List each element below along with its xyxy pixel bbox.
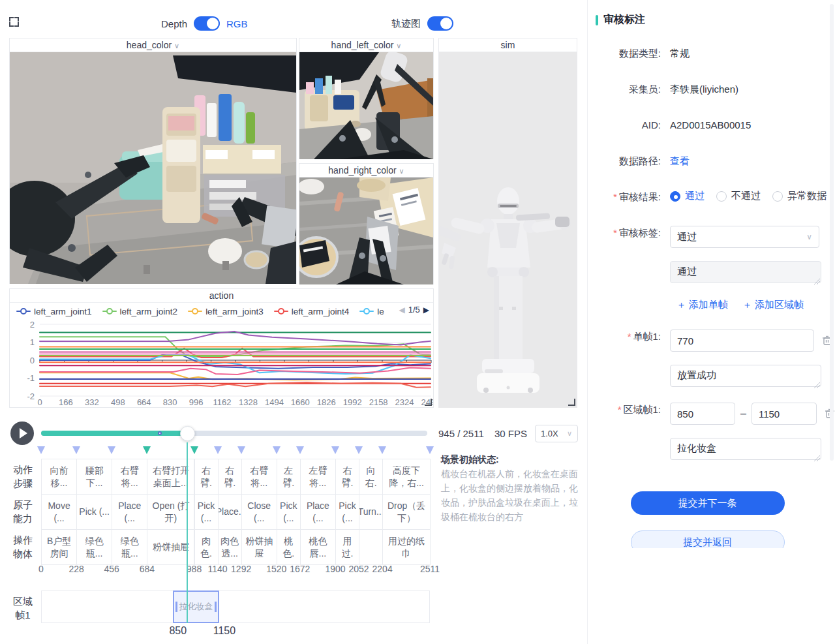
region-start-input[interactable] bbox=[670, 403, 735, 425]
segment-marker-icon[interactable] bbox=[355, 446, 363, 454]
data-type-label: 数据类型: bbox=[596, 46, 661, 61]
segment-marker-icon[interactable] bbox=[37, 446, 45, 454]
hand-left-camera-header[interactable]: hand_left_color∨ bbox=[299, 38, 433, 52]
submit-next-button[interactable]: 提交并下一条 bbox=[631, 491, 785, 515]
legend-next-icon[interactable]: ▶ bbox=[423, 305, 429, 314]
segment-marker-icon[interactable] bbox=[72, 446, 80, 454]
legend-item[interactable]: le bbox=[359, 307, 384, 316]
review-result-radio[interactable]: 不通过 bbox=[716, 190, 761, 202]
table-cell[interactable]: Pick (... bbox=[335, 494, 359, 530]
table-cell[interactable]: 腰部下... bbox=[76, 459, 112, 495]
table-cell[interactable]: 用过. bbox=[335, 529, 359, 565]
table-cell[interactable]: Drop（丢下） bbox=[382, 494, 431, 530]
slider-handle[interactable] bbox=[180, 426, 195, 441]
table-cell[interactable]: 高度下降，右... bbox=[382, 459, 431, 495]
data-path-view-link[interactable]: 查看 bbox=[670, 154, 690, 168]
region-frame-note[interactable]: 拉化妆盒 bbox=[670, 438, 821, 460]
table-cell[interactable]: 绿色瓶... bbox=[76, 529, 112, 565]
playhead-line bbox=[187, 442, 188, 623]
top-toolbar: Depth RGB 轨迹图 bbox=[0, 0, 587, 36]
table-cell[interactable]: Turn... bbox=[359, 494, 383, 530]
table-cell[interactable]: Close (... bbox=[241, 494, 277, 530]
legend-item[interactable]: left_arm_joint2 bbox=[102, 307, 178, 316]
segment-marker-icon[interactable] bbox=[273, 446, 281, 454]
table-cell[interactable]: Place (... bbox=[300, 494, 336, 530]
band-right-handle[interactable] bbox=[215, 602, 217, 612]
segment-marker-icon[interactable] bbox=[214, 446, 222, 454]
legend-prev-icon[interactable]: ◀ bbox=[399, 305, 404, 314]
review-tag-select[interactable]: 通过 ∨ bbox=[670, 226, 819, 248]
hand-right-camera-header[interactable]: hand_right_color∨ bbox=[299, 164, 433, 177]
play-button[interactable] bbox=[10, 422, 34, 445]
segment-marker-icon[interactable] bbox=[108, 446, 115, 454]
region-end-input[interactable] bbox=[752, 403, 817, 425]
table-cell[interactable] bbox=[359, 529, 383, 565]
segment-marker-icon[interactable] bbox=[143, 446, 151, 454]
resize-handle-icon[interactable] bbox=[568, 399, 575, 406]
segment-marker-icon[interactable] bbox=[190, 446, 198, 454]
review-result-radio[interactable]: 通过 bbox=[670, 190, 705, 202]
table-cell[interactable]: Pick (... bbox=[194, 494, 219, 530]
segment-marker-icon[interactable] bbox=[237, 446, 245, 454]
add-region-frame-link[interactable]: ＋ 添加区域帧 bbox=[742, 299, 804, 311]
add-single-frame-link[interactable]: ＋ 添加单帧 bbox=[676, 299, 728, 311]
legend-item[interactable]: left_arm_joint4 bbox=[274, 307, 350, 316]
table-cell[interactable]: 左臂. bbox=[277, 459, 301, 495]
playback-speed-select[interactable]: 1.0X ∨ bbox=[535, 425, 578, 442]
resize-grip-icon[interactable] bbox=[814, 279, 820, 284]
table-cell[interactable]: 向右. bbox=[359, 459, 383, 495]
annotation-review-app: Depth RGB 轨迹图 head_color∨ bbox=[0, 0, 835, 644]
band-left-handle[interactable] bbox=[175, 602, 177, 612]
table-cell[interactable]: Pick (... bbox=[277, 494, 301, 530]
segment-marker-icon[interactable] bbox=[296, 446, 304, 454]
svg-text:1992: 1992 bbox=[343, 397, 362, 407]
table-cell[interactable]: 向前移... bbox=[41, 459, 77, 495]
depth-label: Depth bbox=[161, 18, 187, 29]
table-cell[interactable]: 右臂. bbox=[194, 459, 219, 495]
head-camera-header[interactable]: head_color∨ bbox=[10, 38, 296, 52]
region-track[interactable] bbox=[41, 590, 430, 623]
trajectory-toggle[interactable] bbox=[427, 16, 453, 31]
table-cell[interactable]: 肉色透... bbox=[218, 529, 242, 565]
table-cell[interactable]: 右臂. bbox=[335, 459, 359, 495]
table-cell[interactable]: B户型房间 bbox=[41, 529, 77, 565]
single-frame-input[interactable] bbox=[670, 330, 814, 352]
table-cell[interactable]: 左臂将... bbox=[300, 459, 336, 495]
single-frame-note[interactable]: 放置成功 bbox=[670, 365, 821, 387]
table-cell[interactable]: 右臂将... bbox=[112, 459, 147, 495]
review-tag-note[interactable]: 通过 bbox=[670, 261, 821, 283]
review-result-radio[interactable]: 异常数据 bbox=[772, 190, 827, 202]
table-cell[interactable]: 右臂. bbox=[218, 459, 242, 495]
toggle-knob bbox=[440, 18, 452, 29]
delete-single-frame-icon[interactable] bbox=[822, 335, 832, 346]
table-cell[interactable]: Place.. bbox=[218, 494, 242, 530]
table-cell[interactable]: 桃色. bbox=[277, 529, 301, 565]
legend-item[interactable]: left_arm_joint3 bbox=[188, 307, 264, 316]
head-camera-title: head_color bbox=[127, 40, 172, 50]
resize-grip-icon[interactable] bbox=[814, 455, 820, 461]
svg-text:2324: 2324 bbox=[395, 397, 414, 407]
resize-handle-icon[interactable] bbox=[425, 399, 432, 406]
table-cell[interactable]: Move (... bbox=[41, 494, 77, 530]
table-cell[interactable]: 粉饼抽屉 bbox=[241, 529, 277, 565]
table-cell[interactable]: 桃色唇... bbox=[300, 529, 336, 565]
timeline-slider[interactable] bbox=[41, 431, 427, 436]
delete-region-frame-icon[interactable] bbox=[825, 408, 835, 419]
depth-rgb-toggle[interactable] bbox=[194, 16, 220, 31]
table-cell[interactable]: 用过的纸巾 bbox=[382, 529, 431, 565]
segment-marker-icon[interactable] bbox=[426, 446, 434, 454]
table-cell[interactable]: 绿色瓶... bbox=[112, 529, 147, 565]
table-cell[interactable]: 右臂将... bbox=[241, 459, 277, 495]
table-cell[interactable]: Pick (... bbox=[76, 494, 112, 530]
segment-marker-icon[interactable] bbox=[331, 446, 339, 454]
fullscreen-icon[interactable] bbox=[9, 17, 19, 27]
depth-rgb-toggle-group: Depth RGB bbox=[161, 16, 248, 31]
submit-back-button[interactable]: 提交并返回 bbox=[631, 530, 785, 548]
region-band[interactable]: 拉化妆盒 bbox=[173, 590, 219, 623]
legend-item[interactable]: left_arm_joint1 bbox=[16, 307, 92, 316]
scene-text: 梳妆台在机器人前，化妆盒在桌面上，化妆盒的侧边摆放着物品，化妆品，护肤品盒垃圾在… bbox=[441, 467, 583, 524]
segment-marker-icon[interactable] bbox=[378, 446, 386, 454]
table-cell[interactable]: Place (... bbox=[112, 494, 147, 530]
table-cell[interactable]: 肉色. bbox=[194, 529, 219, 565]
resize-grip-icon[interactable] bbox=[814, 382, 820, 388]
